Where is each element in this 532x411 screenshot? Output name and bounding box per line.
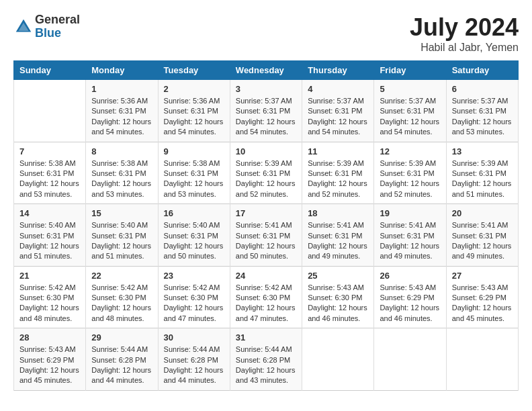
day-cell: 7Sunrise: 5:38 AM Sunset: 6:31 PM Daylig…: [14, 142, 86, 204]
calendar-header: Sunday Monday Tuesday Wednesday Thursday…: [14, 61, 519, 80]
day-cell: 18Sunrise: 5:41 AM Sunset: 6:31 PM Dayli…: [302, 204, 374, 267]
day-cell: 26Sunrise: 5:43 AM Sunset: 6:29 PM Dayli…: [374, 266, 446, 328]
day-cell: 12Sunrise: 5:39 AM Sunset: 6:31 PM Dayli…: [374, 142, 446, 204]
day-number: 13: [452, 146, 513, 156]
day-info: Sunrise: 5:36 AM Sunset: 6:31 PM Dayligh…: [164, 96, 224, 138]
day-cell: 3Sunrise: 5:37 AM Sunset: 6:31 PM Daylig…: [230, 80, 302, 142]
title-area: July 2024 Habil al Jabr, Yemen: [410, 13, 519, 54]
day-number: 7: [19, 146, 80, 156]
logo-blue: Blue: [35, 27, 80, 40]
day-info: Sunrise: 5:42 AM Sunset: 6:30 PM Dayligh…: [91, 283, 152, 324]
day-number: 20: [452, 208, 513, 218]
day-info: Sunrise: 5:39 AM Sunset: 6:31 PM Dayligh…: [452, 158, 513, 200]
month-year-title: July 2024: [410, 13, 519, 42]
day-number: 19: [380, 208, 440, 218]
day-number: 8: [91, 146, 152, 156]
day-number: 6: [452, 84, 513, 94]
day-number: 15: [91, 208, 152, 218]
logo-text: General Blue: [35, 13, 80, 40]
logo-general: General: [35, 13, 80, 27]
day-number: 24: [236, 271, 296, 281]
col-tuesday: Tuesday: [158, 61, 230, 80]
day-number: 25: [308, 271, 368, 281]
day-cell: [374, 328, 446, 391]
day-number: 2: [164, 84, 224, 94]
day-cell: 11Sunrise: 5:39 AM Sunset: 6:31 PM Dayli…: [302, 142, 374, 204]
day-cell: 24Sunrise: 5:42 AM Sunset: 6:30 PM Dayli…: [230, 266, 302, 328]
day-info: Sunrise: 5:44 AM Sunset: 6:28 PM Dayligh…: [164, 345, 224, 386]
day-cell: 31Sunrise: 5:44 AM Sunset: 6:28 PM Dayli…: [230, 328, 302, 391]
week-row-3: 14Sunrise: 5:40 AM Sunset: 6:31 PM Dayli…: [14, 204, 519, 267]
calendar-body: 1Sunrise: 5:36 AM Sunset: 6:31 PM Daylig…: [14, 80, 519, 391]
day-info: Sunrise: 5:40 AM Sunset: 6:31 PM Dayligh…: [164, 220, 224, 262]
day-info: Sunrise: 5:42 AM Sunset: 6:30 PM Dayligh…: [19, 283, 80, 324]
day-cell: 14Sunrise: 5:40 AM Sunset: 6:31 PM Dayli…: [14, 204, 86, 267]
day-cell: 2Sunrise: 5:36 AM Sunset: 6:31 PM Daylig…: [158, 80, 230, 142]
day-info: Sunrise: 5:37 AM Sunset: 6:31 PM Dayligh…: [380, 96, 440, 138]
day-info: Sunrise: 5:40 AM Sunset: 6:31 PM Dayligh…: [19, 220, 80, 262]
col-monday: Monday: [86, 61, 158, 80]
day-cell: 22Sunrise: 5:42 AM Sunset: 6:30 PM Dayli…: [86, 266, 158, 328]
day-info: Sunrise: 5:44 AM Sunset: 6:28 PM Dayligh…: [236, 345, 296, 386]
day-number: 14: [19, 208, 80, 218]
day-number: 28: [19, 332, 80, 342]
day-cell: 27Sunrise: 5:43 AM Sunset: 6:29 PM Dayli…: [446, 266, 518, 328]
day-cell: 19Sunrise: 5:41 AM Sunset: 6:31 PM Dayli…: [374, 204, 446, 267]
day-cell: 8Sunrise: 5:38 AM Sunset: 6:31 PM Daylig…: [86, 142, 158, 204]
day-info: Sunrise: 5:38 AM Sunset: 6:31 PM Dayligh…: [91, 158, 152, 200]
week-row-2: 7Sunrise: 5:38 AM Sunset: 6:31 PM Daylig…: [14, 142, 519, 204]
day-info: Sunrise: 5:38 AM Sunset: 6:31 PM Dayligh…: [19, 158, 80, 200]
day-cell: [14, 80, 86, 142]
day-number: 12: [380, 146, 440, 156]
day-info: Sunrise: 5:36 AM Sunset: 6:31 PM Dayligh…: [91, 96, 152, 138]
day-cell: 21Sunrise: 5:42 AM Sunset: 6:30 PM Dayli…: [14, 266, 86, 328]
day-cell: 1Sunrise: 5:36 AM Sunset: 6:31 PM Daylig…: [86, 80, 158, 142]
day-info: Sunrise: 5:43 AM Sunset: 6:29 PM Dayligh…: [19, 345, 80, 386]
day-number: 26: [380, 271, 440, 281]
day-info: Sunrise: 5:39 AM Sunset: 6:31 PM Dayligh…: [308, 158, 368, 200]
col-saturday: Saturday: [446, 61, 518, 80]
day-number: 3: [236, 84, 296, 94]
day-cell: 10Sunrise: 5:39 AM Sunset: 6:31 PM Dayli…: [230, 142, 302, 204]
day-number: 17: [236, 208, 296, 218]
day-cell: 17Sunrise: 5:41 AM Sunset: 6:31 PM Dayli…: [230, 204, 302, 267]
col-friday: Friday: [374, 61, 446, 80]
page-header: General Blue July 2024 Habil al Jabr, Ye…: [13, 13, 519, 54]
day-number: 29: [91, 332, 152, 342]
day-info: Sunrise: 5:42 AM Sunset: 6:30 PM Dayligh…: [236, 283, 296, 324]
day-cell: 13Sunrise: 5:39 AM Sunset: 6:31 PM Dayli…: [446, 142, 518, 204]
day-number: 22: [91, 271, 152, 281]
day-cell: 30Sunrise: 5:44 AM Sunset: 6:28 PM Dayli…: [158, 328, 230, 391]
col-wednesday: Wednesday: [230, 61, 302, 80]
day-cell: 5Sunrise: 5:37 AM Sunset: 6:31 PM Daylig…: [374, 80, 446, 142]
day-info: Sunrise: 5:38 AM Sunset: 6:31 PM Dayligh…: [164, 158, 224, 200]
day-info: Sunrise: 5:43 AM Sunset: 6:29 PM Dayligh…: [452, 283, 513, 324]
col-sunday: Sunday: [14, 61, 86, 80]
day-info: Sunrise: 5:41 AM Sunset: 6:31 PM Dayligh…: [380, 220, 440, 262]
day-cell: 15Sunrise: 5:40 AM Sunset: 6:31 PM Dayli…: [86, 204, 158, 267]
day-cell: 25Sunrise: 5:43 AM Sunset: 6:30 PM Dayli…: [302, 266, 374, 328]
day-info: Sunrise: 5:44 AM Sunset: 6:28 PM Dayligh…: [91, 345, 152, 386]
day-info: Sunrise: 5:37 AM Sunset: 6:31 PM Dayligh…: [308, 96, 368, 138]
week-row-4: 21Sunrise: 5:42 AM Sunset: 6:30 PM Dayli…: [14, 266, 519, 328]
day-info: Sunrise: 5:40 AM Sunset: 6:31 PM Dayligh…: [91, 220, 152, 262]
day-number: 10: [236, 146, 296, 156]
day-number: 23: [164, 271, 224, 281]
day-info: Sunrise: 5:42 AM Sunset: 6:30 PM Dayligh…: [164, 283, 224, 324]
logo-icon: [13, 17, 34, 37]
week-row-1: 1Sunrise: 5:36 AM Sunset: 6:31 PM Daylig…: [14, 80, 519, 142]
day-info: Sunrise: 5:41 AM Sunset: 6:31 PM Dayligh…: [236, 220, 296, 262]
day-info: Sunrise: 5:37 AM Sunset: 6:31 PM Dayligh…: [236, 96, 296, 138]
location-title: Habil al Jabr, Yemen: [410, 42, 519, 54]
day-number: 21: [19, 271, 80, 281]
day-cell: 23Sunrise: 5:42 AM Sunset: 6:30 PM Dayli…: [158, 266, 230, 328]
day-cell: 6Sunrise: 5:37 AM Sunset: 6:31 PM Daylig…: [446, 80, 518, 142]
day-cell: 16Sunrise: 5:40 AM Sunset: 6:31 PM Dayli…: [158, 204, 230, 267]
day-number: 5: [380, 84, 440, 94]
day-number: 16: [164, 208, 224, 218]
day-number: 1: [91, 84, 152, 94]
header-row: Sunday Monday Tuesday Wednesday Thursday…: [14, 61, 519, 80]
day-info: Sunrise: 5:39 AM Sunset: 6:31 PM Dayligh…: [380, 158, 440, 200]
day-number: 9: [164, 146, 224, 156]
day-number: 4: [308, 84, 368, 94]
